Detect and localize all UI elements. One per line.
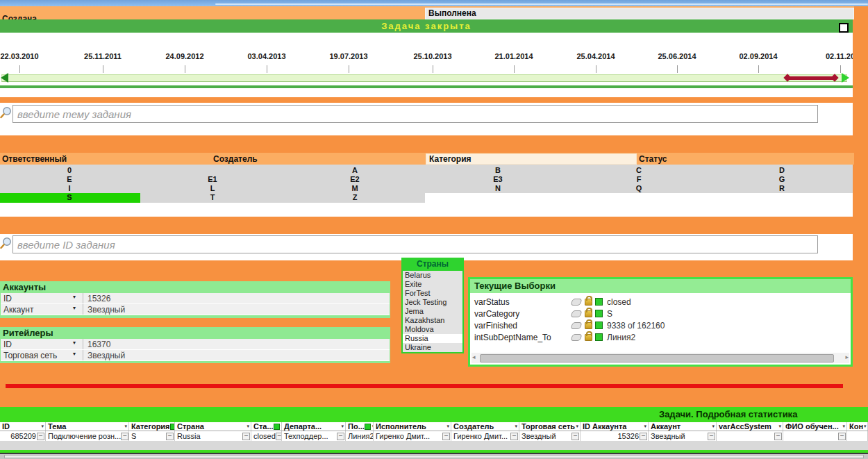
- scroll-right-icon[interactable]: ▸: [845, 353, 849, 360]
- letter-filter-E[interactable]: E: [54, 175, 85, 183]
- header-category-field[interactable]: Категория: [426, 153, 637, 165]
- filter-caret-icon[interactable]: ▾: [712, 424, 715, 429]
- collapse-icon[interactable]: –: [166, 433, 174, 440]
- search-icon[interactable]: [0, 106, 12, 119]
- lock-icon[interactable]: [585, 310, 592, 317]
- letter-filter-C[interactable]: C: [624, 166, 654, 174]
- dropdown-caret-icon[interactable]: ▾: [73, 351, 76, 357]
- lock-icon[interactable]: [585, 299, 592, 306]
- eraser-icon[interactable]: [570, 299, 582, 306]
- letter-filter-E1[interactable]: E1: [197, 175, 228, 183]
- lock-icon[interactable]: [585, 322, 592, 329]
- search-icon[interactable]: [0, 237, 12, 249]
- done-field[interactable]: Выполнена: [425, 8, 854, 19]
- column-header-Тема[interactable]: Тема▾: [46, 422, 129, 431]
- collapse-icon[interactable]: –: [242, 433, 250, 440]
- letter-filter-0[interactable]: 0: [54, 166, 85, 174]
- collapse-icon[interactable]: –: [571, 433, 579, 440]
- country-item-Exite[interactable]: Exite: [403, 280, 462, 289]
- collapse-icon[interactable]: –: [37, 433, 44, 440]
- dropdown-caret-icon[interactable]: ▾: [73, 305, 76, 311]
- letter-filter-G[interactable]: G: [767, 175, 797, 183]
- column-header-Страна[interactable]: Страна▾: [175, 422, 251, 431]
- country-item-Ukraine[interactable]: Ukraine: [403, 343, 462, 352]
- scrollbar-thumb[interactable]: [480, 354, 834, 362]
- id-search-input[interactable]: [12, 235, 818, 253]
- column-header-ФИО обучен...[interactable]: ФИО обучен...▾: [783, 422, 847, 431]
- collapse-icon[interactable]: –: [838, 433, 846, 440]
- column-header-varAccSystem[interactable]: varAccSystem▾: [717, 422, 783, 431]
- filter-caret-icon[interactable]: ▾: [778, 424, 781, 429]
- letter-filter-Z[interactable]: Z: [340, 193, 370, 201]
- selections-scrollbar[interactable]: ◂ ▸: [471, 353, 849, 363]
- letter-filter-T[interactable]: T: [197, 193, 228, 201]
- column-header-Исполнитель[interactable]: Исполнитель▾: [374, 422, 451, 431]
- column-header-Категория[interactable]: Категория▾: [129, 422, 175, 431]
- topic-search-input[interactable]: [12, 105, 818, 123]
- timeline-selected-range[interactable]: [787, 76, 835, 80]
- letter-filter-D[interactable]: D: [767, 166, 797, 174]
- letter-filter-S[interactable]: S: [54, 193, 85, 201]
- collapse-icon[interactable]: –: [510, 433, 518, 440]
- filter-caret-icon[interactable]: ▾: [842, 424, 845, 429]
- filter-caret-icon[interactable]: ▾: [515, 424, 517, 429]
- country-item-Russia[interactable]: Russia: [403, 334, 462, 343]
- filter-caret-icon[interactable]: ▾: [576, 424, 578, 429]
- letter-filter-Q[interactable]: Q: [624, 184, 654, 192]
- filter-caret-icon[interactable]: ▾: [644, 424, 646, 429]
- filter-caret-icon[interactable]: ▾: [247, 424, 249, 429]
- letter-filter-I[interactable]: I: [54, 184, 85, 192]
- timeline-left-arrow-icon[interactable]: [1, 73, 8, 83]
- column-header-Кон[interactable]: Кон▾: [847, 422, 868, 431]
- column-header-Аккаунт[interactable]: Аккаунт▾: [649, 422, 717, 431]
- header-creator[interactable]: Создатель: [213, 154, 258, 164]
- letter-filter-L[interactable]: L: [197, 184, 228, 192]
- lock-icon[interactable]: [585, 334, 592, 341]
- page-horizontal-scrollbar[interactable]: [0, 453, 868, 459]
- collapse-icon[interactable]: –: [121, 433, 128, 440]
- banner-checkbox[interactable]: [839, 23, 849, 33]
- letter-filter-A[interactable]: A: [340, 166, 370, 174]
- letter-filter-N[interactable]: N: [483, 184, 513, 192]
- collapse-icon[interactable]: –: [337, 433, 344, 440]
- collapse-icon[interactable]: –: [442, 433, 450, 440]
- filter-caret-icon[interactable]: ▾: [864, 424, 867, 429]
- collapse-icon[interactable]: –: [276, 433, 282, 440]
- eraser-icon[interactable]: [570, 334, 582, 341]
- eraser-icon[interactable]: [570, 322, 582, 329]
- collapse-icon[interactable]: –: [774, 433, 782, 440]
- country-item-Kazakhstan[interactable]: Kazakhstan: [403, 316, 462, 325]
- scroll-left-icon[interactable]: ◂: [472, 353, 476, 360]
- column-header-Ста...[interactable]: Ста...▾: [251, 422, 282, 431]
- filter-caret-icon[interactable]: ▾: [446, 424, 449, 429]
- header-status[interactable]: Статус: [639, 154, 667, 164]
- collapse-icon[interactable]: –: [708, 433, 715, 440]
- letter-filter-M[interactable]: M: [340, 184, 370, 192]
- column-header-ID[interactable]: ID▾: [0, 422, 46, 431]
- column-header-По...[interactable]: По...▾: [346, 422, 374, 431]
- column-header-ID Аккаунта[interactable]: ID Аккаунта▾: [581, 422, 649, 431]
- dropdown-caret-icon[interactable]: ▾: [73, 340, 76, 346]
- column-header-Торговая сеть[interactable]: Торговая сеть▾: [519, 422, 581, 431]
- scrollbar-thumb[interactable]: [4, 455, 864, 458]
- country-item-Jema[interactable]: Jema: [403, 307, 462, 316]
- collapse-icon[interactable]: –: [640, 433, 647, 440]
- country-item-Belarus[interactable]: Belarus: [403, 271, 462, 280]
- letter-filter-B[interactable]: B: [483, 166, 513, 174]
- letter-filter-E3[interactable]: E3: [483, 175, 513, 183]
- filter-caret-icon[interactable]: ▾: [41, 424, 44, 429]
- letter-filter-R[interactable]: R: [767, 184, 797, 192]
- column-header-Департа...[interactable]: Департа...▾: [282, 422, 346, 431]
- country-item-ForTest[interactable]: ForTest: [403, 289, 462, 298]
- column-header-Создатель[interactable]: Создатель▾: [451, 422, 519, 431]
- header-responsible[interactable]: Ответственный: [2, 154, 67, 164]
- filter-caret-icon[interactable]: ▾: [124, 424, 127, 429]
- letter-filter-E2[interactable]: E2: [340, 175, 370, 183]
- timeline-track[interactable]: [1, 74, 847, 82]
- country-item-Moldova[interactable]: Moldova: [403, 325, 462, 334]
- dropdown-caret-icon[interactable]: ▾: [73, 294, 76, 300]
- filter-caret-icon[interactable]: ▾: [341, 424, 344, 429]
- country-item-Jeck Testing[interactable]: Jeck Testing: [403, 298, 462, 307]
- timeline-right-arrow-icon[interactable]: [842, 73, 849, 83]
- letter-filter-F[interactable]: F: [624, 175, 654, 183]
